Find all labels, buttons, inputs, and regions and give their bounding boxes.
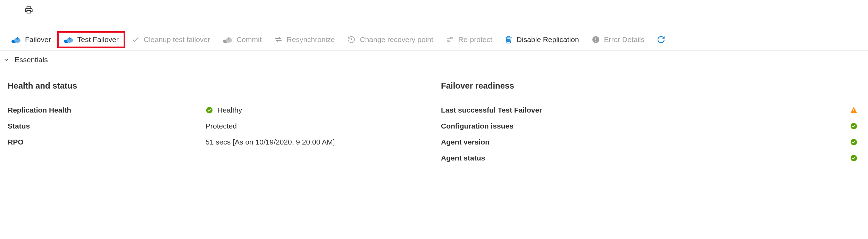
success-icon: [850, 138, 858, 146]
cleanup-test-failover-label: Cleanup test failover: [144, 35, 210, 44]
print-icon[interactable]: [24, 6, 33, 15]
status-row: Status Protected: [8, 122, 434, 130]
re-protect-label: Re-protect: [458, 35, 492, 44]
commit-button: Commit: [216, 31, 268, 48]
trash-icon: [505, 35, 512, 44]
svg-rect-1: [27, 10, 31, 13]
commit-icon: [223, 35, 232, 44]
history-icon: [347, 35, 356, 44]
change-recovery-point-button: Change recovery point: [341, 31, 439, 48]
command-bar: Failover Test Failover Cleanup test fail…: [0, 28, 868, 51]
last-test-failover-row: Last successful Test Failover: [441, 106, 858, 114]
content-area: Health and status Replication Health Hea…: [0, 69, 868, 180]
agent-version-row: Agent version: [441, 138, 858, 146]
configuration-issues-row: Configuration issues: [441, 122, 858, 130]
agent-status-row: Agent status: [441, 154, 858, 162]
test-failover-icon: [64, 35, 73, 44]
essentials-label: Essentials: [15, 56, 48, 64]
checkmark-icon: [131, 35, 140, 44]
test-failover-button[interactable]: Test Failover: [57, 31, 125, 48]
status-value: Protected: [206, 122, 237, 130]
resynchronize-label: Resynchronize: [287, 35, 335, 44]
resynchronize-icon: [274, 35, 283, 44]
status-label: Status: [8, 122, 206, 130]
replication-health-value: Healthy: [206, 106, 242, 114]
chevron-down-icon: [3, 56, 10, 63]
re-protect-button: Re-protect: [440, 31, 499, 48]
failover-label: Failover: [25, 35, 51, 44]
essentials-toggle[interactable]: Essentials: [0, 51, 868, 69]
success-icon: [850, 154, 858, 162]
error-details-label: Error Details: [604, 35, 645, 44]
svg-rect-12: [595, 41, 596, 42]
failover-readiness-column: Failover readiness Last successful Test …: [434, 79, 860, 170]
cleanup-test-failover-button: Cleanup test failover: [125, 31, 216, 48]
health-title: Health and status: [8, 81, 434, 91]
disable-replication-label: Disable Replication: [517, 35, 579, 44]
last-test-failover-label: Last successful Test Failover: [441, 106, 844, 114]
re-protect-icon: [446, 35, 454, 44]
rpo-value: 51 secs [As on 10/19/2020, 9:20:00 AM]: [206, 138, 335, 146]
configuration-issues-label: Configuration issues: [441, 122, 844, 130]
resynchronize-button: Resynchronize: [268, 31, 341, 48]
rpo-label: RPO: [8, 138, 206, 146]
error-details-button: Error Details: [585, 31, 651, 48]
success-icon: [850, 122, 858, 130]
failover-icon: [11, 35, 21, 44]
warning-icon: [850, 106, 858, 114]
header-area: [0, 0, 868, 28]
test-failover-label: Test Failover: [77, 35, 119, 44]
disable-replication-button[interactable]: Disable Replication: [499, 31, 585, 48]
refresh-button[interactable]: [651, 31, 668, 48]
rpo-row: RPO 51 secs [As on 10/19/2020, 9:20:00 A…: [8, 138, 434, 146]
health-status-column: Health and status Replication Health Hea…: [8, 79, 434, 170]
failover-button[interactable]: Failover: [5, 31, 57, 48]
svg-rect-11: [595, 38, 596, 40]
agent-status-label: Agent status: [441, 154, 844, 162]
svg-rect-14: [853, 109, 854, 111]
svg-rect-8: [451, 37, 453, 39]
commit-label: Commit: [236, 35, 261, 44]
readiness-title: Failover readiness: [441, 81, 858, 91]
svg-rect-9: [447, 40, 449, 42]
agent-version-label: Agent version: [441, 138, 844, 146]
success-icon: [206, 106, 213, 114]
refresh-icon: [657, 35, 665, 44]
svg-rect-15: [853, 112, 854, 113]
error-icon: [592, 35, 600, 44]
replication-health-row: Replication Health Healthy: [8, 106, 434, 114]
replication-health-label: Replication Health: [8, 106, 206, 114]
change-recovery-point-label: Change recovery point: [360, 35, 433, 44]
